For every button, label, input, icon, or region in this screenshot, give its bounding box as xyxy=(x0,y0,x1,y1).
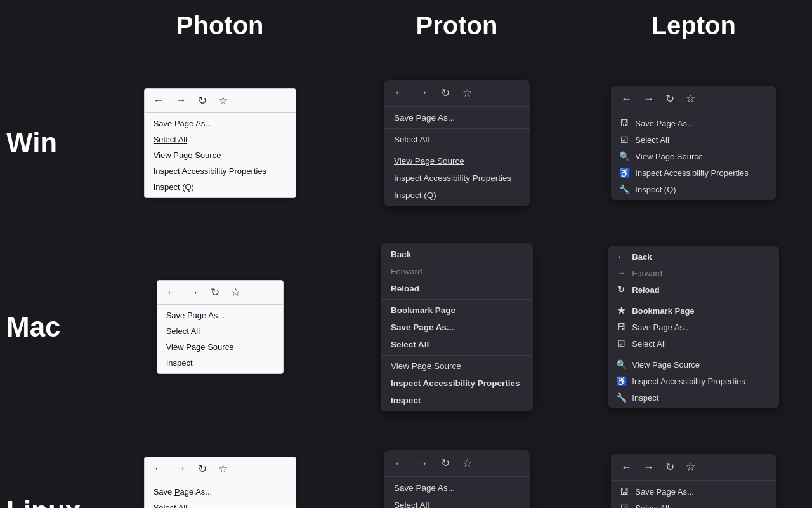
back-icon[interactable] xyxy=(394,457,405,470)
list-item[interactable]: Inspect Accessibility Properties xyxy=(145,163,296,179)
forward-icon[interactable] xyxy=(176,94,187,107)
list-item: Forward xyxy=(381,263,533,280)
forward-icon: → xyxy=(615,268,627,278)
list-item[interactable]: Inspect Accessibility Properties xyxy=(384,170,530,187)
bookmark-icon[interactable] xyxy=(231,286,240,299)
list-item[interactable]: 🔧 Inspect xyxy=(608,389,779,406)
list-item[interactable]: ← Back xyxy=(608,248,779,265)
photon-linux-toolbar xyxy=(145,457,296,481)
list-item[interactable]: Save Page As... xyxy=(381,319,533,336)
mac-row-label: Mac xyxy=(0,235,102,419)
photon-win-toolbar xyxy=(145,89,296,113)
list-item[interactable]: ↻ Reload xyxy=(608,281,779,298)
list-item[interactable]: Save Page As... xyxy=(145,116,296,131)
list-item[interactable]: Inspect Accessibility Properties xyxy=(381,375,533,392)
bookmark-icon[interactable] xyxy=(218,94,228,107)
back-icon[interactable] xyxy=(154,94,164,107)
list-item[interactable]: 🖫 Save Page As... xyxy=(611,115,776,131)
proton-mac-menu: Back Forward Reload Bookmark Page Save P… xyxy=(381,243,533,411)
back-icon[interactable] xyxy=(394,86,405,99)
select-icon: ☑ xyxy=(615,338,627,349)
photon-mac-items: Save Page As... Select All View Page Sou… xyxy=(157,305,283,373)
list-item: → Forward xyxy=(608,265,779,281)
list-item[interactable]: Select All xyxy=(145,500,296,509)
divider xyxy=(381,355,533,356)
forward-icon[interactable] xyxy=(176,462,187,475)
list-item[interactable]: 🖫 Save Page As... xyxy=(608,319,779,335)
forward-icon[interactable] xyxy=(188,286,199,299)
photon-win-panel: Save Page As... Select All View Page Sou… xyxy=(102,51,338,235)
list-item[interactable]: Save Page As... xyxy=(145,484,296,500)
forward-icon[interactable] xyxy=(417,457,428,470)
list-item[interactable]: Select All xyxy=(384,131,530,148)
bookmark-icon[interactable] xyxy=(462,457,472,470)
proton-linux-toolbar xyxy=(384,450,530,477)
photon-label: Photon xyxy=(176,11,264,40)
forward-icon[interactable] xyxy=(643,93,654,105)
list-item[interactable]: ★ Bookmark Page xyxy=(608,302,779,319)
divider xyxy=(381,299,533,300)
list-item[interactable]: View Page Source xyxy=(145,147,296,163)
bookmark-icon[interactable] xyxy=(686,460,695,474)
lepton-win-menu: 🖫 Save Page As... ☑ Select All 🔍 View Pa… xyxy=(611,86,776,200)
save-icon: 🖫 xyxy=(619,486,630,497)
divider xyxy=(384,150,530,150)
back-icon: ← xyxy=(615,251,627,262)
list-item[interactable]: Select All xyxy=(384,497,530,508)
list-item[interactable]: 🔍 View Page Source xyxy=(611,148,776,164)
reload-icon[interactable] xyxy=(441,457,450,470)
list-item[interactable]: Save Page As... xyxy=(157,307,283,323)
list-item[interactable]: Back xyxy=(381,246,533,263)
list-item[interactable]: View Page Source xyxy=(381,358,533,375)
list-item[interactable]: 🖫 Save Page As... xyxy=(611,483,776,500)
back-icon[interactable] xyxy=(621,93,632,105)
proton-linux-items: Save Page As... Select All View Page Sou… xyxy=(384,477,530,508)
list-item[interactable]: Select All xyxy=(381,336,533,353)
back-icon[interactable] xyxy=(154,462,164,475)
lepton-label: Lepton xyxy=(652,11,736,40)
bookmark-icon[interactable] xyxy=(218,462,228,476)
list-item[interactable]: Save Page As... xyxy=(384,479,530,497)
list-item[interactable]: Save Page As... xyxy=(384,109,530,126)
list-item[interactable]: ♿ Inspect Accessibility Properties xyxy=(611,164,776,181)
list-item[interactable]: Inspect (Q) xyxy=(145,179,296,195)
divider xyxy=(608,354,779,354)
reload-icon[interactable] xyxy=(198,462,207,476)
forward-icon[interactable] xyxy=(417,86,428,99)
inspect-icon: 🔧 xyxy=(615,392,627,403)
proton-win-items: Save Page As... Select All View Page Sou… xyxy=(384,107,530,206)
reload-icon[interactable] xyxy=(441,86,450,100)
photon-mac-toolbar xyxy=(157,281,283,305)
list-item[interactable]: View Page Source xyxy=(384,152,530,170)
list-item[interactable]: ♿ Inspect Accessibility Properties xyxy=(608,373,779,389)
list-item[interactable]: Select All xyxy=(157,323,283,339)
list-item[interactable]: ☑ Select All xyxy=(611,500,776,508)
list-item[interactable]: Inspect xyxy=(157,355,283,371)
lepton-win-toolbar xyxy=(611,86,776,112)
list-item[interactable]: Bookmark Page xyxy=(381,302,533,319)
reload-icon[interactable] xyxy=(198,94,207,107)
reload-icon[interactable] xyxy=(665,460,674,474)
inspect-icon: 🔧 xyxy=(619,184,630,194)
list-item[interactable]: Reload xyxy=(381,280,533,297)
lepton-win-items: 🖫 Save Page As... ☑ Select All 🔍 View Pa… xyxy=(611,112,776,200)
list-item[interactable]: ☑ Select All xyxy=(611,131,776,148)
back-icon[interactable] xyxy=(621,461,632,474)
list-item[interactable]: 🔍 View Page Source xyxy=(608,356,779,373)
forward-icon[interactable] xyxy=(643,461,654,474)
list-item[interactable]: Inspect (Q) xyxy=(384,187,530,204)
bookmark-icon[interactable] xyxy=(686,92,695,105)
back-icon[interactable] xyxy=(166,286,177,299)
list-item[interactable]: ☑ Select All xyxy=(608,335,779,352)
corner-cell xyxy=(0,0,102,51)
list-item[interactable]: 🔧 Inspect (Q) xyxy=(611,181,776,197)
bookmark-icon[interactable] xyxy=(462,86,472,100)
reload-icon[interactable] xyxy=(665,92,674,105)
reload-icon[interactable] xyxy=(211,286,219,299)
list-item[interactable]: View Page Source xyxy=(157,339,283,355)
source-icon: 🔍 xyxy=(615,359,627,370)
divider xyxy=(384,128,530,129)
accessibility-icon: ♿ xyxy=(619,168,630,178)
list-item[interactable]: Select All xyxy=(145,131,296,147)
list-item[interactable]: Inspect xyxy=(381,392,533,409)
